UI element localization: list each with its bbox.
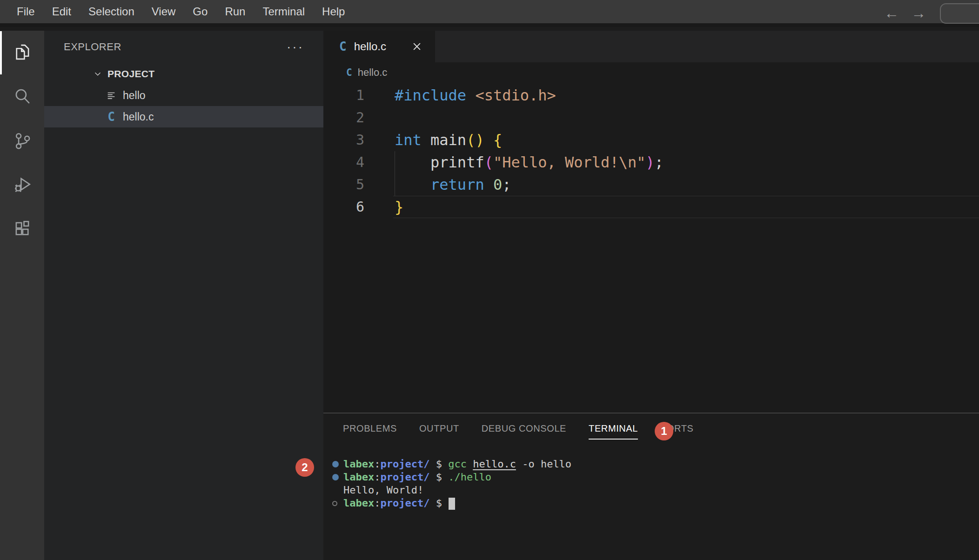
activity-extensions[interactable] xyxy=(0,207,44,252)
activity-run-debug[interactable] xyxy=(0,163,44,207)
line-number: 4 xyxy=(323,151,372,173)
terminal-cursor xyxy=(449,498,455,510)
tab-hello-c[interactable]: C hello.c xyxy=(323,31,435,62)
editor-group: C hello.c C hello.c 1#include <stdio.h>2… xyxy=(323,31,979,560)
code-line-5[interactable]: 5 return 0; xyxy=(323,173,979,196)
line-number: 3 xyxy=(323,129,372,151)
menu-file[interactable]: File xyxy=(17,5,35,18)
terminal-text: Hello, World! xyxy=(343,484,423,497)
folder-project-label: PROJECT xyxy=(107,68,154,80)
command-success-dot-icon xyxy=(332,461,343,467)
ide-window: File Edit Selection View Go Run Terminal… xyxy=(0,0,979,560)
line-number: 5 xyxy=(323,173,372,196)
close-icon[interactable] xyxy=(410,40,424,53)
source-control-icon xyxy=(13,131,32,152)
prompt-circle-icon xyxy=(332,501,343,506)
breadcrumb[interactable]: C hello.c xyxy=(323,62,979,83)
terminal-file-link[interactable]: hello.c xyxy=(473,458,516,470)
c-language-icon: C xyxy=(346,67,352,78)
breadcrumb-file: hello.c xyxy=(358,67,388,79)
c-language-icon: C xyxy=(339,40,347,53)
code-text: #include <stdio.h> xyxy=(395,84,556,107)
bottom-panel: PROBLEMSOUTPUTDEBUG CONSOLETERMINALPORTS… xyxy=(323,413,979,560)
terminal-line: Hello, World! xyxy=(323,484,979,497)
code-line-3[interactable]: 3int main() { xyxy=(323,129,979,151)
terminal-text: labex:project/ $ gcc hello.c -o hello xyxy=(343,458,571,471)
workbench: EXPLORER ··· PROJECT hello C hello.c xyxy=(0,31,979,560)
code-text: return 0; xyxy=(395,173,511,196)
line-number: 6 xyxy=(323,196,372,218)
search-icon xyxy=(13,87,32,108)
file-item-label: hello xyxy=(123,89,146,102)
file-item-hello-c[interactable]: C hello.c xyxy=(44,106,323,127)
panel-tab-problems[interactable]: PROBLEMS xyxy=(343,420,397,440)
code-editor[interactable]: 1#include <stdio.h>23int main() {4 print… xyxy=(323,83,979,413)
forward-arrow-icon[interactable]: → xyxy=(911,0,926,27)
panel-tab-terminal[interactable]: TERMINAL xyxy=(589,420,638,440)
terminal-line: labex:project/ $ xyxy=(323,497,979,510)
code-line-2[interactable]: 2 xyxy=(323,107,979,129)
chevron-down-icon xyxy=(93,69,103,79)
code-line-4[interactable]: 4 printf("Hello, World!\n"); xyxy=(323,151,979,173)
back-arrow-icon[interactable]: ← xyxy=(884,0,899,27)
menu-go[interactable]: Go xyxy=(193,5,208,18)
current-line-highlight xyxy=(393,196,979,218)
files-icon xyxy=(13,42,32,64)
panel-tab-bar: PROBLEMSOUTPUTDEBUG CONSOLETERMINALPORTS xyxy=(323,413,979,446)
explorer-title: EXPLORER xyxy=(64,41,121,53)
active-indicator xyxy=(0,31,2,74)
terminal[interactable]: labex:project/ $ gcc hello.c -o hellolab… xyxy=(323,446,979,560)
code-text: printf("Hello, World!\n"); xyxy=(395,151,664,173)
more-actions-icon[interactable]: ··· xyxy=(287,45,304,49)
annotation-badge-1: 1 xyxy=(655,422,673,440)
file-item-hello[interactable]: hello xyxy=(44,85,323,106)
line-number: 1 xyxy=(323,84,372,107)
file-item-label: hello.c xyxy=(123,111,154,123)
menu-selection[interactable]: Selection xyxy=(88,5,134,18)
menu-edit[interactable]: Edit xyxy=(52,5,71,18)
editor-tab-bar: C hello.c xyxy=(323,31,979,62)
terminal-text: labex:project/ $ ./hello xyxy=(343,471,491,484)
menu-bar: File Edit Selection View Go Run Terminal… xyxy=(0,0,979,27)
menu-run[interactable]: Run xyxy=(225,5,245,18)
line-number: 2 xyxy=(323,107,372,129)
panel-tab-output[interactable]: OUTPUT xyxy=(419,420,459,440)
file-lines-icon xyxy=(105,89,117,101)
command-success-dot-icon xyxy=(332,474,343,480)
code-text: int main() { xyxy=(395,129,502,151)
c-language-icon: C xyxy=(105,111,117,123)
menu-view[interactable]: View xyxy=(152,5,176,18)
run-debug-icon xyxy=(13,175,32,196)
explorer-header: EXPLORER ··· xyxy=(44,31,323,63)
activity-search[interactable] xyxy=(0,75,44,119)
command-search-box[interactable] xyxy=(940,3,979,24)
extensions-icon xyxy=(13,219,32,240)
terminal-line: labex:project/ $ gcc hello.c -o hello xyxy=(323,458,979,471)
annotation-badge-2: 2 xyxy=(295,458,314,477)
activity-bar xyxy=(0,31,44,560)
folder-project[interactable]: PROJECT xyxy=(44,63,323,85)
activity-source-control[interactable] xyxy=(0,119,44,163)
activity-explorer[interactable] xyxy=(0,31,44,75)
code-line-1[interactable]: 1#include <stdio.h> xyxy=(323,84,979,107)
terminal-line: labex:project/ $ ./hello xyxy=(323,471,979,484)
menu-terminal[interactable]: Terminal xyxy=(262,5,305,18)
panel-tab-debug-console[interactable]: DEBUG CONSOLE xyxy=(482,420,566,440)
explorer-sidebar: EXPLORER ··· PROJECT hello C hello.c xyxy=(44,31,323,560)
indent-guide xyxy=(395,151,395,196)
menu-help[interactable]: Help xyxy=(322,5,345,18)
tab-label: hello.c xyxy=(354,40,386,53)
terminal-text: labex:project/ $ xyxy=(343,497,455,510)
